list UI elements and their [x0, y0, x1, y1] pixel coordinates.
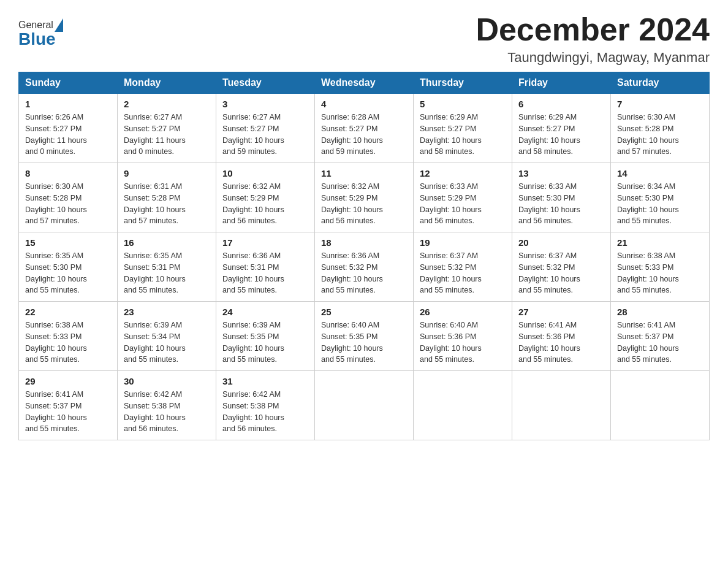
calendar-day-cell	[512, 371, 611, 440]
calendar-day-cell: 15 Sunrise: 6:35 AMSunset: 5:30 PMDaylig…	[19, 232, 118, 302]
calendar-day-cell: 3 Sunrise: 6:27 AMSunset: 5:27 PMDayligh…	[216, 94, 315, 163]
day-info: Sunrise: 6:41 AMSunset: 5:36 PMDaylight:…	[518, 321, 580, 364]
day-number: 5	[420, 99, 506, 109]
calendar-day-cell: 5 Sunrise: 6:29 AMSunset: 5:27 PMDayligh…	[414, 94, 512, 163]
calendar-header-row: Sunday Monday Tuesday Wednesday Thursday…	[19, 72, 710, 94]
col-tuesday: Tuesday	[216, 72, 315, 94]
calendar-day-cell: 22 Sunrise: 6:38 AMSunset: 5:33 PMDaylig…	[19, 302, 118, 371]
day-number: 12	[420, 168, 506, 178]
day-number: 9	[124, 168, 210, 178]
day-number: 22	[25, 307, 111, 317]
day-number: 6	[518, 99, 604, 109]
day-info: Sunrise: 6:42 AMSunset: 5:38 PMDaylight:…	[222, 390, 284, 433]
day-info: Sunrise: 6:33 AMSunset: 5:30 PMDaylight:…	[518, 182, 580, 225]
day-number: 31	[222, 376, 308, 386]
calendar-day-cell: 4 Sunrise: 6:28 AMSunset: 5:27 PMDayligh…	[315, 94, 414, 163]
calendar-day-cell: 30 Sunrise: 6:42 AMSunset: 5:38 PMDaylig…	[118, 371, 216, 440]
day-number: 2	[124, 99, 210, 109]
col-wednesday: Wednesday	[315, 72, 414, 94]
calendar-day-cell: 28 Sunrise: 6:41 AMSunset: 5:37 PMDaylig…	[611, 302, 710, 371]
day-number: 21	[617, 237, 703, 248]
logo-triangle-icon	[55, 18, 63, 32]
day-number: 8	[25, 168, 111, 178]
day-number: 28	[617, 307, 703, 317]
day-info: Sunrise: 6:41 AMSunset: 5:37 PMDaylight:…	[25, 390, 87, 433]
col-thursday: Thursday	[414, 72, 512, 94]
calendar-day-cell: 7 Sunrise: 6:30 AMSunset: 5:28 PMDayligh…	[611, 94, 710, 163]
calendar-day-cell: 24 Sunrise: 6:39 AMSunset: 5:35 PMDaylig…	[216, 302, 315, 371]
calendar-day-cell: 18 Sunrise: 6:36 AMSunset: 5:32 PMDaylig…	[315, 232, 414, 302]
calendar-day-cell: 31 Sunrise: 6:42 AMSunset: 5:38 PMDaylig…	[216, 371, 315, 440]
calendar-day-cell: 16 Sunrise: 6:35 AMSunset: 5:31 PMDaylig…	[118, 232, 216, 302]
calendar-week-row: 8 Sunrise: 6:30 AMSunset: 5:28 PMDayligh…	[19, 163, 710, 232]
day-info: Sunrise: 6:39 AMSunset: 5:34 PMDaylight:…	[124, 321, 186, 364]
day-info: Sunrise: 6:28 AMSunset: 5:27 PMDaylight:…	[321, 113, 383, 156]
calendar-day-cell: 13 Sunrise: 6:33 AMSunset: 5:30 PMDaylig…	[512, 163, 611, 232]
col-sunday: Sunday	[19, 72, 118, 94]
day-number: 25	[321, 307, 407, 317]
calendar-week-row: 22 Sunrise: 6:38 AMSunset: 5:33 PMDaylig…	[19, 302, 710, 371]
calendar-day-cell: 14 Sunrise: 6:34 AMSunset: 5:30 PMDaylig…	[611, 163, 710, 232]
day-info: Sunrise: 6:36 AMSunset: 5:31 PMDaylight:…	[222, 251, 284, 294]
month-title: December 2024	[476, 12, 710, 47]
calendar-week-row: 15 Sunrise: 6:35 AMSunset: 5:30 PMDaylig…	[19, 232, 710, 302]
location: Taungdwingyi, Magway, Myanmar	[476, 50, 710, 66]
day-info: Sunrise: 6:26 AMSunset: 5:27 PMDaylight:…	[25, 113, 87, 156]
day-number: 29	[25, 376, 111, 386]
day-info: Sunrise: 6:27 AMSunset: 5:27 PMDaylight:…	[222, 113, 284, 156]
day-number: 10	[222, 168, 308, 178]
calendar-day-cell	[315, 371, 414, 440]
calendar-day-cell: 2 Sunrise: 6:27 AMSunset: 5:27 PMDayligh…	[118, 94, 216, 163]
day-info: Sunrise: 6:36 AMSunset: 5:32 PMDaylight:…	[321, 251, 383, 294]
col-friday: Friday	[512, 72, 611, 94]
day-number: 27	[518, 307, 604, 317]
calendar-day-cell: 12 Sunrise: 6:33 AMSunset: 5:29 PMDaylig…	[414, 163, 512, 232]
calendar-day-cell: 10 Sunrise: 6:32 AMSunset: 5:29 PMDaylig…	[216, 163, 315, 232]
day-info: Sunrise: 6:33 AMSunset: 5:29 PMDaylight:…	[420, 182, 482, 225]
calendar-week-row: 1 Sunrise: 6:26 AMSunset: 5:27 PMDayligh…	[19, 94, 710, 163]
calendar-day-cell: 17 Sunrise: 6:36 AMSunset: 5:31 PMDaylig…	[216, 232, 315, 302]
col-monday: Monday	[118, 72, 216, 94]
day-number: 17	[222, 237, 308, 248]
day-number: 3	[222, 99, 308, 109]
day-info: Sunrise: 6:30 AMSunset: 5:28 PMDaylight:…	[617, 113, 679, 156]
day-info: Sunrise: 6:27 AMSunset: 5:27 PMDaylight:…	[124, 113, 186, 156]
day-number: 26	[420, 307, 506, 317]
col-saturday: Saturday	[611, 72, 710, 94]
logo: General Blue	[18, 18, 64, 49]
calendar-day-cell: 21 Sunrise: 6:38 AMSunset: 5:33 PMDaylig…	[611, 232, 710, 302]
logo-blue-text: Blue	[18, 29, 56, 49]
day-number: 24	[222, 307, 308, 317]
day-info: Sunrise: 6:29 AMSunset: 5:27 PMDaylight:…	[420, 113, 482, 156]
day-info: Sunrise: 6:38 AMSunset: 5:33 PMDaylight:…	[617, 251, 679, 294]
day-info: Sunrise: 6:42 AMSunset: 5:38 PMDaylight:…	[124, 390, 186, 433]
calendar-day-cell: 23 Sunrise: 6:39 AMSunset: 5:34 PMDaylig…	[118, 302, 216, 371]
calendar-day-cell: 9 Sunrise: 6:31 AMSunset: 5:28 PMDayligh…	[118, 163, 216, 232]
calendar-day-cell: 6 Sunrise: 6:29 AMSunset: 5:27 PMDayligh…	[512, 94, 611, 163]
day-info: Sunrise: 6:35 AMSunset: 5:31 PMDaylight:…	[124, 251, 186, 294]
day-info: Sunrise: 6:40 AMSunset: 5:36 PMDaylight:…	[420, 321, 482, 364]
calendar-day-cell: 8 Sunrise: 6:30 AMSunset: 5:28 PMDayligh…	[19, 163, 118, 232]
day-number: 30	[124, 376, 210, 386]
day-info: Sunrise: 6:29 AMSunset: 5:27 PMDaylight:…	[518, 113, 580, 156]
day-number: 23	[124, 307, 210, 317]
day-info: Sunrise: 6:38 AMSunset: 5:33 PMDaylight:…	[25, 321, 87, 364]
day-number: 20	[518, 237, 604, 248]
day-number: 13	[518, 168, 604, 178]
calendar-day-cell	[611, 371, 710, 440]
calendar-day-cell: 26 Sunrise: 6:40 AMSunset: 5:36 PMDaylig…	[414, 302, 512, 371]
day-info: Sunrise: 6:39 AMSunset: 5:35 PMDaylight:…	[222, 321, 284, 364]
title-area: December 2024 Taungdwingyi, Magway, Myan…	[476, 12, 710, 66]
day-info: Sunrise: 6:40 AMSunset: 5:35 PMDaylight:…	[321, 321, 383, 364]
day-info: Sunrise: 6:41 AMSunset: 5:37 PMDaylight:…	[617, 321, 679, 364]
day-number: 11	[321, 168, 407, 178]
calendar-day-cell: 19 Sunrise: 6:37 AMSunset: 5:32 PMDaylig…	[414, 232, 512, 302]
day-info: Sunrise: 6:37 AMSunset: 5:32 PMDaylight:…	[518, 251, 580, 294]
calendar-day-cell: 27 Sunrise: 6:41 AMSunset: 5:36 PMDaylig…	[512, 302, 611, 371]
day-info: Sunrise: 6:30 AMSunset: 5:28 PMDaylight:…	[25, 182, 87, 225]
day-info: Sunrise: 6:37 AMSunset: 5:32 PMDaylight:…	[420, 251, 482, 294]
day-number: 16	[124, 237, 210, 248]
day-info: Sunrise: 6:32 AMSunset: 5:29 PMDaylight:…	[321, 182, 383, 225]
day-info: Sunrise: 6:31 AMSunset: 5:28 PMDaylight:…	[124, 182, 186, 225]
calendar-day-cell: 25 Sunrise: 6:40 AMSunset: 5:35 PMDaylig…	[315, 302, 414, 371]
